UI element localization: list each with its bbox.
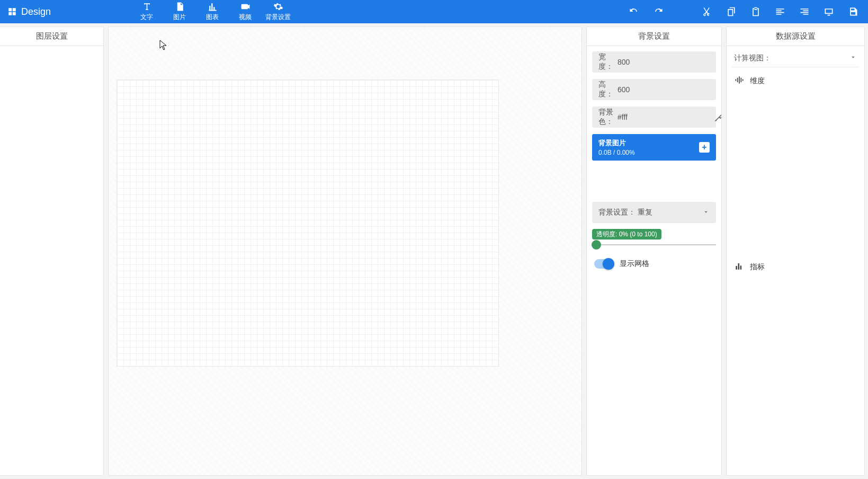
video-icon xyxy=(240,2,250,12)
undo-button[interactable] xyxy=(629,6,639,17)
dimension-label: 维度 xyxy=(750,76,765,86)
chevron-down-icon xyxy=(849,54,857,63)
chevron-down-icon xyxy=(702,208,710,217)
align-right-button[interactable] xyxy=(799,6,810,17)
data-source-title: 数据源设置 xyxy=(727,27,864,46)
image-file-icon xyxy=(175,2,185,12)
insert-video-label: 视频 xyxy=(239,13,252,22)
app-title: Design xyxy=(21,6,51,17)
width-label: 宽度： xyxy=(598,52,613,72)
slider-thumb[interactable] xyxy=(592,240,601,250)
background-settings-panel: 背景设置 宽度： 高度： 背景色： 背景图片 0.0B / 0.00% xyxy=(586,26,722,476)
waveform-icon xyxy=(734,75,745,87)
eyedropper-icon[interactable] xyxy=(714,112,721,122)
dashboard-icon xyxy=(7,7,17,16)
gear-icon xyxy=(273,2,283,12)
calc-view-label: 计算视图： xyxy=(734,54,771,63)
bg-image-title: 背景图片 xyxy=(598,138,635,148)
width-input[interactable] xyxy=(616,57,711,67)
align-left-button[interactable] xyxy=(775,6,785,17)
copy-button[interactable] xyxy=(726,6,737,17)
bg-color-input[interactable] xyxy=(616,112,711,122)
bg-repeat-label: 背景设置： xyxy=(598,208,636,216)
design-canvas[interactable] xyxy=(117,80,498,366)
height-field[interactable]: 高度： xyxy=(592,79,716,100)
show-grid-label: 显示网格 xyxy=(620,259,649,269)
top-toolbar: Design 文字 图片 图表 视频 背景设置 xyxy=(0,0,868,23)
layers-panel: 图层设置 xyxy=(0,26,104,476)
background-settings-title: 背景设置 xyxy=(587,27,721,46)
opacity-slider[interactable] xyxy=(592,239,716,251)
preview-button[interactable] xyxy=(824,6,834,17)
background-settings-label: 背景设置 xyxy=(265,13,291,22)
insert-text-button[interactable]: 文字 xyxy=(130,0,163,23)
insert-chart-label: 图表 xyxy=(206,13,219,22)
bar-chart-small-icon xyxy=(734,261,745,273)
save-button[interactable] xyxy=(848,6,858,17)
bg-repeat-select[interactable]: 背景设置： 重复 xyxy=(592,202,716,223)
show-grid-row: 显示网格 xyxy=(592,257,716,269)
slider-track xyxy=(592,244,716,245)
data-source-panel: 数据源设置 计算视图： 维度 指标 xyxy=(726,26,865,476)
bg-image-preview xyxy=(592,167,716,196)
cut-button[interactable] xyxy=(702,6,712,17)
dimension-item[interactable]: 维度 xyxy=(732,72,859,90)
layers-panel-title: 图层设置 xyxy=(0,27,103,46)
bg-image-row: 背景图片 0.0B / 0.00% + xyxy=(592,134,716,161)
canvas-area[interactable] xyxy=(108,26,582,476)
text-icon xyxy=(142,2,152,12)
insert-image-label: 图片 xyxy=(173,13,186,22)
insert-chart-button[interactable]: 图表 xyxy=(196,0,229,23)
calc-view-select[interactable]: 计算视图： xyxy=(732,52,859,67)
insert-tool-group: 文字 图片 图表 视频 背景设置 xyxy=(130,0,294,23)
svg-rect-3 xyxy=(13,12,16,15)
metric-item[interactable]: 指标 xyxy=(732,258,859,276)
bar-chart-icon xyxy=(208,2,218,12)
bg-color-label: 背景色： xyxy=(598,108,613,127)
redo-button[interactable] xyxy=(653,6,664,17)
insert-image-button[interactable]: 图片 xyxy=(163,0,196,23)
bg-repeat-value: 重复 xyxy=(638,208,652,216)
cursor-icon xyxy=(159,40,167,50)
opacity-chip: 透明度: 0% (0 to 100) xyxy=(592,229,661,240)
metric-label: 指标 xyxy=(750,262,765,272)
svg-rect-2 xyxy=(8,12,12,15)
insert-video-button[interactable]: 视频 xyxy=(229,0,262,23)
svg-rect-1 xyxy=(13,8,16,11)
background-settings-button[interactable]: 背景设置 xyxy=(262,0,294,23)
paste-button[interactable] xyxy=(750,6,761,17)
bg-color-field[interactable]: 背景色： xyxy=(592,107,716,128)
workspace: 图层设置 背景设置 宽度： 高度： 背景色： xyxy=(0,23,868,479)
bg-image-status: 0.0B / 0.00% xyxy=(598,149,635,156)
insert-text-label: 文字 xyxy=(140,13,153,22)
width-field[interactable]: 宽度： xyxy=(592,51,716,73)
app-brand: Design xyxy=(7,0,51,23)
right-tool-group xyxy=(629,0,861,23)
bg-image-add-button[interactable]: + xyxy=(699,142,710,153)
height-input[interactable] xyxy=(616,85,711,94)
height-label: 高度： xyxy=(598,80,613,99)
show-grid-toggle[interactable] xyxy=(594,259,613,269)
svg-rect-0 xyxy=(8,8,12,11)
